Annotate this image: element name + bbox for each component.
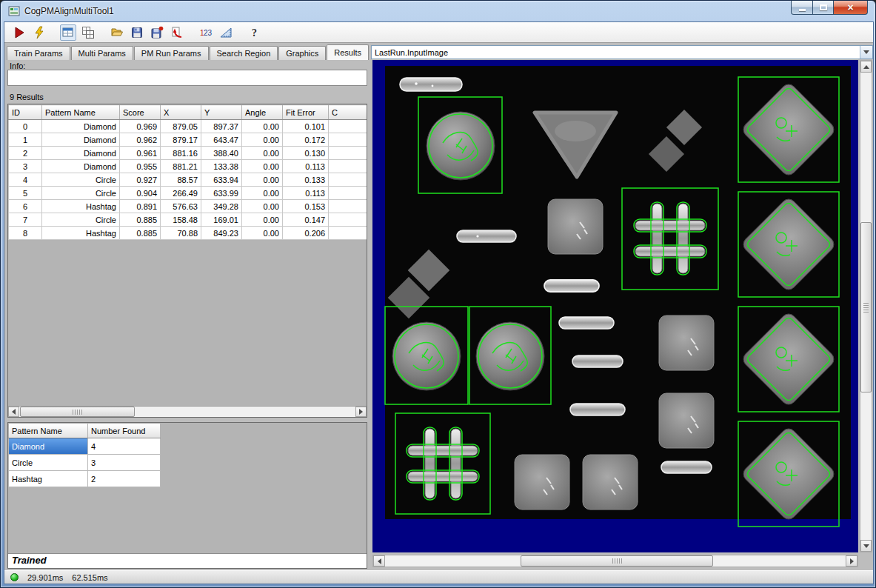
- result-row[interactable]: 7Circle0.885158.48169.010.000.147: [9, 213, 367, 227]
- app-icon: [8, 5, 20, 17]
- result-cell: 0.00: [242, 120, 283, 133]
- scroll-right-button[interactable]: [846, 555, 857, 567]
- electric-run-button[interactable]: [31, 24, 47, 41]
- result-cell: 0.00: [242, 213, 283, 227]
- result-cell: Diamond: [42, 120, 120, 133]
- summary-cell: 3: [88, 455, 161, 471]
- result-cell: 0.00: [242, 200, 283, 213]
- status-led-icon: [10, 573, 19, 581]
- result-cell: 7: [9, 213, 42, 227]
- result-cell: Circle: [42, 173, 120, 187]
- save-image-icon: [150, 26, 164, 39]
- open-file-button[interactable]: [109, 24, 125, 41]
- result-display-icon: [61, 26, 75, 39]
- summary-row[interactable]: Hashtag2: [9, 471, 161, 487]
- results-column-header[interactable]: C: [329, 105, 367, 120]
- results-table: IDPattern NameScoreXYAngleFit ErrorC 0Di…: [8, 104, 367, 240]
- result-cell: 0.00: [242, 160, 283, 173]
- input-image: [372, 60, 858, 552]
- save-image-button[interactable]: [149, 24, 165, 41]
- summary-row[interactable]: Circle3: [9, 455, 161, 471]
- summary-cell: Diamond: [9, 438, 88, 455]
- grid-copy-button[interactable]: [80, 24, 96, 41]
- result-row[interactable]: 1Diamond0.962879.17643.470.000.172: [9, 133, 367, 147]
- summary-column-header[interactable]: Number Found: [88, 424, 161, 438]
- result-cell: 897.37: [201, 120, 242, 133]
- result-row[interactable]: 0Diamond0.969879.05897.370.000.101: [9, 120, 367, 133]
- title-bar[interactable]: CogPMAlignMultiTool1 ×: [1, 1, 875, 21]
- scroll-left-button[interactable]: [8, 407, 19, 417]
- result-cell: Circle: [42, 187, 120, 200]
- result-cell: 0.00: [242, 227, 283, 240]
- result-cell: 879.17: [161, 133, 201, 147]
- result-row[interactable]: 4Circle0.92788.57633.940.000.133: [9, 173, 367, 187]
- result-row[interactable]: 6Hashtag0.891576.63349.280.000.153: [9, 200, 367, 213]
- thumb-grip: [73, 410, 82, 415]
- result-display-button[interactable]: [60, 24, 76, 41]
- image-source-value: LastRun.InputImage: [372, 48, 860, 57]
- help-button[interactable]: ?: [247, 24, 263, 41]
- result-cell: 169.01: [201, 213, 242, 227]
- result-cell: [329, 133, 367, 147]
- scroll-thumb[interactable]: [521, 555, 713, 567]
- scroll-up-button[interactable]: [860, 61, 872, 73]
- image-source-combobox[interactable]: LastRun.InputImage: [371, 45, 873, 59]
- tab-multi-params[interactable]: Multi Params: [71, 46, 133, 60]
- results-column-header[interactable]: ID: [9, 105, 42, 120]
- measure-button[interactable]: [218, 24, 234, 41]
- results-column-header[interactable]: Fit Error: [283, 105, 329, 120]
- arrow-left-icon: [378, 558, 381, 564]
- result-row[interactable]: 5Circle0.904266.49633.990.000.113: [9, 187, 367, 200]
- export-button[interactable]: [169, 24, 185, 41]
- result-cell: 881.16: [161, 147, 201, 160]
- combobox-dropdown-button[interactable]: [860, 46, 872, 59]
- tab-train-params[interactable]: Train Params: [7, 46, 70, 60]
- result-cell: 6: [9, 200, 42, 213]
- result-cell: 633.99: [201, 187, 242, 200]
- scroll-down-button[interactable]: [860, 540, 872, 552]
- result-cell: 0.113: [283, 160, 329, 173]
- summary-row[interactable]: Diamond4: [9, 438, 161, 455]
- result-cell: 0.927: [120, 173, 161, 187]
- export-icon: [170, 26, 184, 39]
- numeric-display-button[interactable]: 1 23: [198, 24, 214, 41]
- tab-search-region[interactable]: Search Region: [210, 46, 278, 60]
- result-cell: Hashtag: [42, 200, 120, 213]
- summary-column-header[interactable]: Pattern Name: [9, 424, 88, 438]
- scroll-thumb[interactable]: [860, 222, 872, 392]
- toolbar-separator: [51, 32, 56, 33]
- info-textbox[interactable]: [7, 70, 367, 86]
- scroll-thumb[interactable]: [20, 407, 135, 417]
- results-column-header[interactable]: X: [161, 105, 201, 120]
- result-row[interactable]: 8Hashtag0.88570.88849.230.000.206: [9, 227, 367, 240]
- image-hscrollbar[interactable]: [372, 555, 858, 567]
- result-row[interactable]: 2Diamond0.961881.16388.400.000.130: [9, 147, 367, 160]
- results-column-header[interactable]: Angle: [242, 105, 283, 120]
- save-file-button[interactable]: [129, 24, 145, 41]
- input-image-display[interactable]: [372, 60, 858, 552]
- trained-status-label: Trained: [8, 553, 367, 568]
- results-column-header[interactable]: Y: [201, 105, 242, 120]
- run-button[interactable]: [11, 24, 27, 41]
- tab-graphics[interactable]: Graphics: [278, 46, 326, 60]
- results-grid[interactable]: IDPattern NameScoreXYAngleFit ErrorC 0Di…: [7, 104, 367, 418]
- tab-pm-run-params[interactable]: PM Run Params: [134, 46, 209, 60]
- results-column-header[interactable]: Score: [120, 105, 161, 120]
- scroll-right-button[interactable]: [355, 407, 367, 417]
- toolbar-separator: [100, 32, 105, 33]
- result-cell: 881.21: [161, 160, 201, 173]
- result-cell: [329, 173, 367, 187]
- tab-results[interactable]: Results: [327, 44, 369, 60]
- result-cell: 576.63: [161, 200, 201, 213]
- results-hscrollbar[interactable]: [8, 406, 367, 417]
- minimize-button[interactable]: [791, 1, 813, 15]
- result-row[interactable]: 3Diamond0.955881.21133.380.000.113: [9, 160, 367, 173]
- maximize-button[interactable]: [813, 1, 834, 15]
- image-vscrollbar[interactable]: [860, 60, 872, 552]
- result-cell: 0.955: [120, 160, 161, 173]
- close-button[interactable]: ×: [834, 1, 868, 15]
- result-cell: Circle: [42, 213, 120, 227]
- results-column-header[interactable]: Pattern Name: [42, 105, 120, 120]
- thumb-grip: [863, 303, 869, 313]
- scroll-left-button[interactable]: [373, 555, 385, 567]
